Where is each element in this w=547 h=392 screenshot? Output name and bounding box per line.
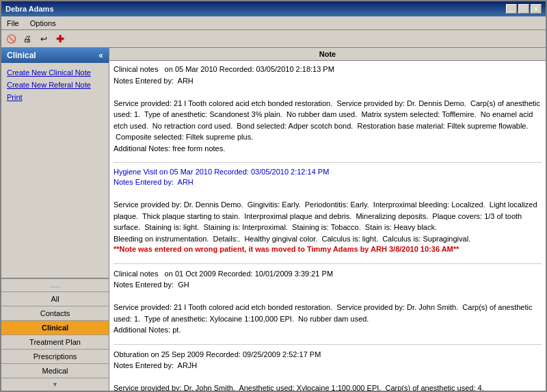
note-intro: Clinical notes on 05 Mar 2010 Recorded: …	[114, 64, 542, 86]
toolbar-add-button[interactable]: ✚	[53, 32, 67, 46]
note-item: Clinical notes on 05 Mar 2010 Recorded: …	[114, 64, 542, 154]
notes-scroll-area[interactable]: Clinical notes on 05 Mar 2010 Recorded: …	[109, 61, 546, 391]
note-divider	[114, 344, 542, 345]
main-window: Debra Adams _ □ ✕ File Options 🚫 🖨 ↩ ✚ C…	[0, 0, 547, 392]
note-content-3: Service provided: 21 I Tooth colored aci…	[114, 291, 542, 336]
toolbar: 🚫 🖨 ↩ ✚	[1, 30, 546, 48]
sidebar: Clinical « Create New Clinical Note Crea…	[1, 48, 109, 391]
main-area: Clinical « Create New Clinical Note Crea…	[1, 48, 546, 391]
sidebar-title: Clinical	[7, 51, 36, 60]
note-divider	[114, 162, 542, 163]
note-column-header: Note	[109, 48, 546, 61]
menu-options[interactable]: Options	[27, 18, 59, 28]
toolbar-prohibit-button[interactable]: 🚫	[4, 32, 18, 46]
note-divider	[114, 263, 542, 264]
note-content: Service provided: 21 I Tooth colored aci…	[114, 86, 542, 154]
sidebar-collapse-icon[interactable]: «	[98, 51, 103, 60]
sidebar-links: Create New Clinical Note Create New Refe…	[1, 63, 109, 278]
note-intro-4: Obturation on 25 Sep 2009 Recorded: 09/2…	[114, 349, 542, 371]
minimize-button[interactable]: _	[506, 4, 517, 14]
note-item: Clinical notes on 01 Oct 2009 Recorded: …	[114, 268, 542, 336]
note-header-hygiene: Hygiene Visit on 05 Mar 2010 Recorded: 0…	[114, 167, 542, 188]
note-intro-3: Clinical notes on 01 Oct 2009 Recorded: …	[114, 268, 542, 291]
nav-tab-contacts[interactable]: Contacts	[1, 306, 109, 320]
note-item: Obturation on 25 Sep 2009 Recorded: 09/2…	[114, 349, 542, 391]
nav-tab-treatment-plan[interactable]: Treatment Plan	[1, 335, 109, 349]
nav-tab-medical[interactable]: Medical	[1, 363, 109, 378]
create-clinical-note-link[interactable]: Create New Clinical Note	[7, 68, 103, 77]
sidebar-header: Clinical «	[1, 48, 109, 63]
nav-tab-all[interactable]: All	[1, 291, 109, 306]
nav-tabs: ...... All Contacts Clinical Treatment P…	[1, 278, 109, 391]
nav-tab-prescriptions[interactable]: Prescriptions	[1, 349, 109, 363]
note-warning: **Note was entered on wrong patient, it …	[114, 244, 542, 254]
nav-tab-clinical[interactable]: Clinical	[1, 320, 109, 335]
note-content-4: Service provided by: Dr. John Smith. Ane…	[114, 371, 542, 391]
note-item: Hygiene Visit on 05 Mar 2010 Recorded: 0…	[114, 167, 542, 255]
window-controls: _ □ ✕	[506, 4, 542, 14]
content-pane: Note Clinical notes on 05 Mar 2010 Recor…	[109, 48, 546, 391]
nav-tab-dots[interactable]: ......	[1, 278, 109, 291]
print-link[interactable]: Print	[7, 93, 103, 101]
title-bar: Debra Adams _ □ ✕	[1, 1, 546, 16]
menu-bar: File Options	[1, 16, 546, 30]
toolbar-print-button[interactable]: 🖨	[21, 32, 34, 46]
create-referal-note-link[interactable]: Create New Referal Note	[7, 81, 103, 89]
note-content-hygiene: Service provided by: Dr. Dennis Demo. Gi…	[114, 188, 542, 245]
close-button[interactable]: ✕	[531, 4, 542, 14]
maximize-button[interactable]: □	[518, 4, 529, 14]
window-title: Debra Adams	[5, 5, 54, 13]
nav-tab-more[interactable]: ▼	[1, 378, 109, 391]
toolbar-back-button[interactable]: ↩	[37, 32, 51, 46]
menu-file[interactable]: File	[4, 18, 22, 28]
